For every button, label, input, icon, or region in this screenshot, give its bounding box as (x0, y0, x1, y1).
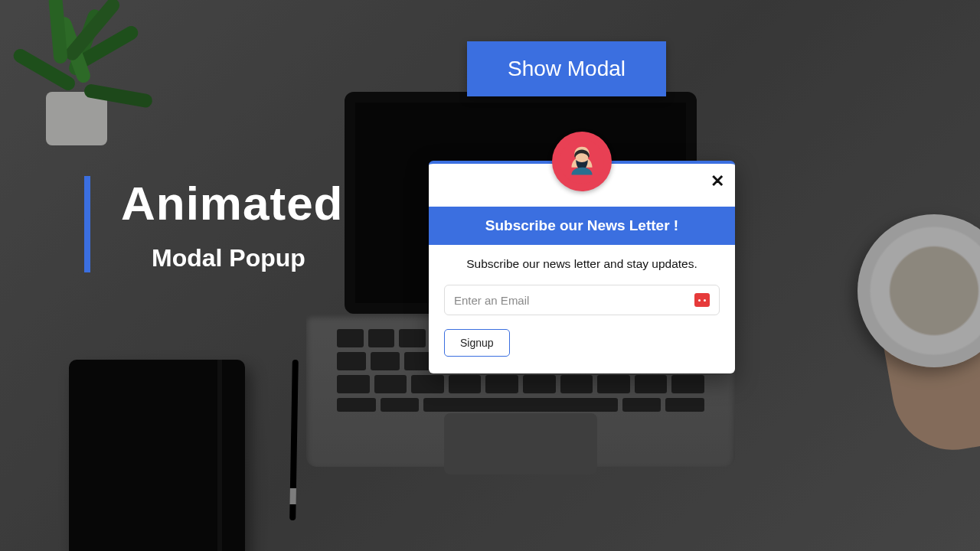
email-field-wrapper[interactable] (444, 285, 720, 315)
close-icon: ✕ (710, 171, 724, 191)
show-modal-button[interactable]: Show Modal (467, 41, 666, 96)
signup-button[interactable]: Signup (444, 329, 510, 357)
modal-description: Subscribe our news letter and stay updat… (444, 257, 720, 271)
modal-title: Subscribe our News Letter ! (485, 217, 678, 233)
password-manager-icon[interactable] (694, 293, 710, 307)
signup-label: Signup (460, 337, 494, 349)
close-button[interactable]: ✕ (710, 171, 724, 191)
accent-bar (84, 176, 90, 272)
avatar-icon (552, 132, 612, 191)
subscribe-modal: ✕ Subscribe our News Letter ! Subscribe … (429, 161, 735, 373)
email-input[interactable] (454, 294, 694, 307)
headline-line2: Modal Popup (152, 244, 343, 272)
modal-banner: Subscribe our News Letter ! (429, 207, 735, 245)
headline-block: Animated Modal Popup (84, 176, 343, 272)
headline-line1: Animated (121, 176, 343, 230)
show-modal-label: Show Modal (508, 57, 626, 81)
